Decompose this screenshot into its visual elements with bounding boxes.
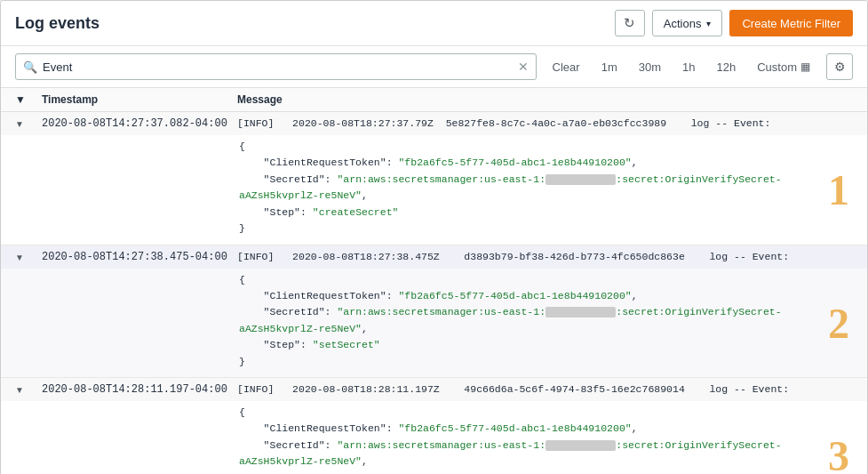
detail-line: "SecretId": "arn:aws:secretsmanager:us-e… <box>239 438 853 470</box>
search-input[interactable] <box>43 60 518 74</box>
log-detail-wrapper-1: { "ClientRequestToken": "fb2a6fc5-5f77-4… <box>1 135 867 245</box>
log-detail-wrapper-3: { "ClientRequestToken": "fb2a6fc5-5f77-4… <box>1 401 867 474</box>
custom-label: Custom <box>757 60 797 74</box>
timestamp-1: 2020-08-08T14:27:37.082-04:00 <box>42 117 237 130</box>
calendar-icon: ▦ <box>800 60 810 73</box>
log-group-1: ▼ 2020-08-08T14:27:37.082-04:00 [INFO] 2… <box>1 112 867 245</box>
timestamp-2: 2020-08-08T14:27:38.475-04:00 <box>42 251 237 263</box>
log-row-2[interactable]: ▼ 2020-08-08T14:27:38.475-04:00 [INFO] 2… <box>1 245 867 269</box>
event-number-3: 3 <box>828 431 849 474</box>
detail-line: { <box>239 139 853 155</box>
message-preview-2: [INFO] 2020-08-08T18:27:38.475Z d3893b79… <box>237 251 853 262</box>
log-row-1[interactable]: ▼ 2020-08-08T14:27:37.082-04:00 [INFO] 2… <box>1 112 867 135</box>
table-header: ▼ Timestamp Message <box>1 88 867 112</box>
header-actions: ↻ Actions ▾ Create Metric Filter <box>615 10 853 36</box>
detail-line: "SecretId": "arn:aws:secretsmanager:us-e… <box>239 172 853 205</box>
detail-line: "Step": "testSecret" <box>239 470 853 474</box>
log-group-2: ▼ 2020-08-08T14:27:38.475-04:00 [INFO] 2… <box>1 245 867 379</box>
secret-id-value: "arn:aws:secretsmanager:us-east-1: :secr… <box>239 173 782 202</box>
detail-line: { <box>239 272 853 288</box>
log-row-3[interactable]: ▼ 2020-08-08T14:28:11.197-04:00 [INFO] 2… <box>1 378 867 401</box>
timestamp-3: 2020-08-08T14:28:11.197-04:00 <box>42 383 237 396</box>
log-group-3: ▼ 2020-08-08T14:28:11.197-04:00 [INFO] 2… <box>1 378 867 474</box>
page-title: Log events <box>15 14 100 33</box>
token-value: "fb2a6fc5-5f77-405d-abc1-1e8b44910200" <box>398 290 631 301</box>
settings-button[interactable]: ⚙ <box>826 53 853 80</box>
log-events-list: ▼ 2020-08-08T14:27:37.082-04:00 [INFO] 2… <box>1 112 867 474</box>
actions-label: Actions <box>664 17 702 30</box>
secret-id-value: "arn:aws:secretsmanager:us-east-1: :secr… <box>239 439 782 468</box>
refresh-icon: ↻ <box>624 15 635 31</box>
clear-search-button[interactable]: ✕ <box>518 60 529 74</box>
detail-line: } <box>239 221 853 237</box>
search-container: 🔍 ✕ <box>15 53 537 80</box>
clear-time-button[interactable]: Clear <box>544 54 589 79</box>
col-expand-header: ▼ <box>15 93 42 106</box>
time-1m-button[interactable]: 1m <box>593 54 626 79</box>
log-detail-wrapper-2: { "ClientRequestToken": "fb2a6fc5-5f77-4… <box>1 269 867 378</box>
redacted-account <box>545 307 616 317</box>
dropdown-icon: ▾ <box>706 19 711 28</box>
detail-line: } <box>239 354 853 370</box>
time-1h-button[interactable]: 1h <box>673 54 704 79</box>
detail-line: "Step": "createSecret" <box>239 205 853 221</box>
expand-icon-3: ▼ <box>15 383 42 395</box>
detail-line: "Step": "setSecret" <box>239 337 853 353</box>
event-number-2: 2 <box>828 298 849 347</box>
detail-line: "ClientRequestToken": "fb2a6fc5-5f77-405… <box>239 288 853 304</box>
step-value-2: "setSecret" <box>313 339 380 350</box>
token-value: "fb2a6fc5-5f77-405d-abc1-1e8b44910200" <box>398 422 631 434</box>
actions-button[interactable]: Actions ▾ <box>652 10 723 36</box>
detail-line: "ClientRequestToken": "fb2a6fc5-5f77-405… <box>239 155 853 171</box>
detail-line: "ClientRequestToken": "fb2a6fc5-5f77-405… <box>239 421 853 437</box>
message-header: Message <box>237 93 853 106</box>
log-detail-2: { "ClientRequestToken": "fb2a6fc5-5f77-4… <box>1 269 867 378</box>
time-controls: Clear 1m 30m 1h 12h Custom ▦ <box>544 54 819 79</box>
expand-all-icon[interactable]: ▼ <box>15 93 26 106</box>
redacted-account <box>545 440 616 451</box>
message-preview-1: [INFO] 2020-08-08T18:27:37.79Z 5e827fe8-… <box>237 117 853 129</box>
token-value: "fb2a6fc5-5f77-405d-abc1-1e8b44910200" <box>398 157 631 168</box>
time-30m-button[interactable]: 30m <box>630 54 670 79</box>
message-preview-3: [INFO] 2020-08-08T18:28:11.197Z 49c66d6a… <box>237 383 853 395</box>
event-number-1: 1 <box>828 165 849 214</box>
refresh-button[interactable]: ↻ <box>615 10 645 36</box>
search-icon: 🔍 <box>23 60 37 74</box>
time-12h-button[interactable]: 12h <box>708 54 745 79</box>
detail-line: "SecretId": "arn:aws:secretsmanager:us-e… <box>239 304 853 337</box>
timestamp-header: Timestamp <box>42 93 237 106</box>
create-metric-filter-button[interactable]: Create Metric Filter <box>729 10 853 36</box>
step-value-1: "createSecret" <box>313 206 399 218</box>
expand-icon-1: ▼ <box>15 117 42 129</box>
redacted-account <box>545 174 616 185</box>
log-detail-1: { "ClientRequestToken": "fb2a6fc5-5f77-4… <box>1 135 867 245</box>
main-window: Log events ↻ Actions ▾ Create Metric Fil… <box>0 0 868 474</box>
header: Log events ↻ Actions ▾ Create Metric Fil… <box>1 1 867 46</box>
toolbar: 🔍 ✕ Clear 1m 30m 1h 12h Custom ▦ ⚙ <box>1 46 867 88</box>
detail-line: { <box>239 405 853 421</box>
settings-icon: ⚙ <box>834 60 846 74</box>
secret-id-value: "arn:aws:secretsmanager:us-east-1: :secr… <box>239 306 782 334</box>
custom-time-button[interactable]: Custom ▦ <box>748 54 819 79</box>
log-detail-3: { "ClientRequestToken": "fb2a6fc5-5f77-4… <box>1 401 867 474</box>
expand-icon-2: ▼ <box>15 251 42 262</box>
